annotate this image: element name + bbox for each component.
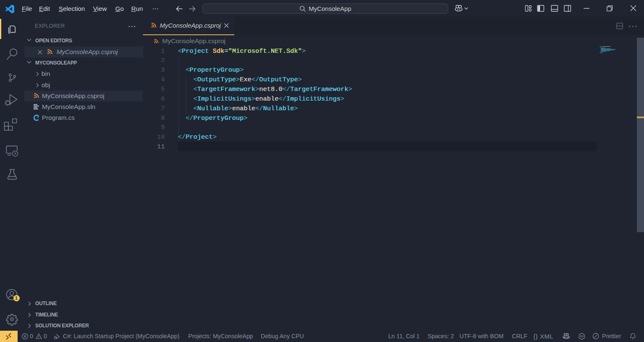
svg-text:#: # — [37, 115, 39, 119]
svg-text:C#: C# — [580, 335, 584, 338]
